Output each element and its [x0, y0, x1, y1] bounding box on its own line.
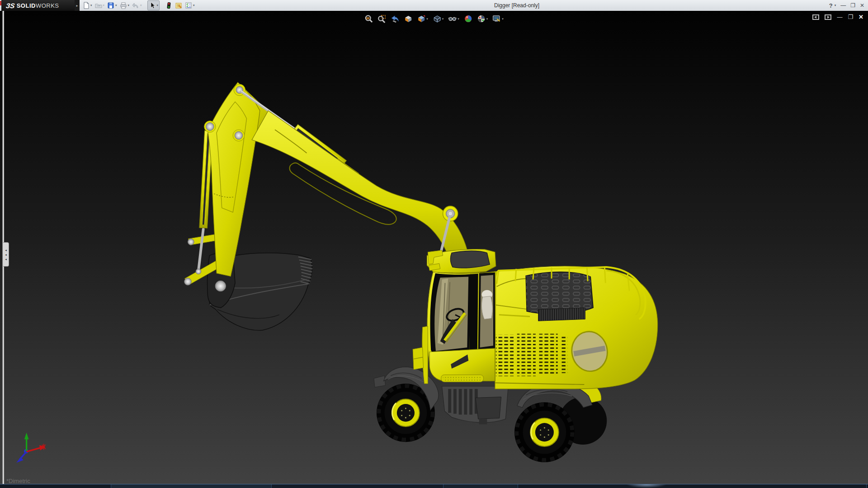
view-settings-dropdown[interactable]: ▾	[502, 17, 504, 21]
cab[interactable]	[413, 249, 496, 384]
help-button[interactable]: ?	[829, 2, 833, 9]
select-cursor-icon	[149, 2, 156, 9]
previous-view-icon	[391, 14, 399, 23]
help-dropdown[interactable]: ▾	[835, 4, 836, 7]
file-properties-icon	[175, 2, 182, 9]
document-window-controls: — ❐ ✕	[812, 14, 863, 20]
apply-scene-dropdown[interactable]: ▾	[486, 17, 488, 21]
doc-minimize-button[interactable]: —	[837, 14, 842, 20]
collapse-arrow-icon: ◂	[5, 258, 7, 261]
graphics-viewport[interactable]: — ❐ ✕	[0, 11, 868, 484]
edit-appearance-button[interactable]	[462, 14, 474, 23]
tile-right-icon[interactable]	[825, 14, 831, 20]
window-title: Digger [Read-only]	[494, 2, 539, 9]
windows-taskbar-edge	[0, 484, 868, 488]
seat	[482, 290, 493, 319]
view-orientation-dropdown[interactable]: ▾	[426, 17, 428, 21]
chassis[interactable]	[442, 386, 509, 424]
close-button[interactable]: ✕	[860, 2, 864, 9]
taskbar-segment	[518, 484, 867, 488]
open-button[interactable]: ▾	[94, 1, 106, 10]
menu-expand-button[interactable]: ▸	[75, 0, 80, 11]
section-view-icon	[404, 14, 412, 23]
excavator-model[interactable]	[16, 82, 658, 463]
logo-mark: ЗS	[5, 2, 15, 9]
print-icon	[120, 2, 127, 9]
new-document-icon	[82, 2, 90, 9]
open-folder-icon	[95, 2, 102, 9]
view-settings-icon	[492, 14, 501, 23]
display-style-button[interactable]: ▾	[431, 14, 445, 23]
save-dropdown[interactable]: ▾	[115, 4, 117, 7]
edit-appearance-icon	[464, 14, 472, 23]
rebuild-button[interactable]	[164, 1, 173, 10]
rear-wheel[interactable]	[514, 402, 575, 462]
traffic-light-icon	[165, 2, 172, 9]
taskbar-segment	[111, 484, 272, 488]
view-orientation-icon	[417, 14, 425, 23]
minimize-button[interactable]: —	[840, 2, 846, 9]
main-toolbar: ▾ ▾ ▾ ▾	[81, 0, 197, 11]
solidworks-window: ЗS SOLIDWORKS ▸ ▾ ▾	[0, 0, 868, 488]
tile-left-icon[interactable]	[812, 14, 819, 20]
apply-scene-button[interactable]: ▾	[476, 14, 490, 23]
zoom-to-fit-icon	[364, 14, 373, 23]
view-orientation-button[interactable]: ▾	[415, 14, 429, 23]
zoom-to-area-button[interactable]	[376, 14, 387, 23]
restore-button[interactable]: ❐	[850, 2, 855, 9]
side-step	[441, 375, 484, 382]
new-document-button[interactable]: ▾	[81, 1, 93, 10]
orientation-triad	[16, 433, 46, 463]
select-tool-button[interactable]: ▾	[147, 0, 160, 10]
undo-icon	[132, 2, 139, 9]
options-button[interactable]: ▾	[184, 1, 196, 10]
doc-restore-button[interactable]: ❐	[848, 14, 853, 20]
open-dropdown[interactable]: ▾	[103, 4, 105, 7]
display-style-icon	[433, 14, 441, 23]
titlebar-controls: ? ▾ — ❐ ✕	[829, 0, 864, 11]
doc-close-button[interactable]: ✕	[859, 14, 863, 20]
titlebar: ЗS SOLIDWORKS ▸ ▾ ▾	[0, 0, 868, 11]
model-canvas[interactable]	[0, 11, 868, 484]
rear-grille	[538, 308, 585, 321]
collapse-arrow-icon: ◂	[5, 249, 7, 252]
undo-dropdown[interactable]: ▾	[140, 4, 142, 7]
new-dropdown[interactable]: ▾	[90, 4, 92, 7]
dipper-arm[interactable]	[204, 82, 271, 276]
solidworks-logo: ЗS SOLIDWORKS	[1, 0, 75, 11]
orientation-label: *Dimetric	[6, 478, 30, 484]
file-properties-button[interactable]	[174, 1, 183, 10]
save-button[interactable]: ▾	[106, 1, 118, 10]
taskbar-segment	[271, 484, 444, 488]
print-button[interactable]: ▾	[119, 1, 131, 10]
view-settings-button[interactable]: ▾	[491, 14, 505, 23]
options-dropdown[interactable]: ▾	[193, 4, 195, 7]
upper-body[interactable]	[479, 266, 658, 389]
zoom-to-area-icon	[377, 14, 386, 23]
hide-show-dropdown[interactable]: ▾	[458, 17, 459, 21]
undo-button[interactable]: ▾	[131, 1, 143, 10]
apply-scene-icon	[477, 14, 486, 23]
options-checklist-icon	[185, 2, 192, 9]
section-view-button[interactable]	[402, 14, 414, 23]
print-dropdown[interactable]: ▾	[128, 4, 130, 7]
headsup-view-toolbar: ▾ ▾ ▾	[362, 14, 506, 23]
taskbar-segment	[443, 484, 519, 488]
hide-show-items-icon	[448, 14, 457, 23]
select-dropdown[interactable]: ▾	[157, 4, 159, 7]
previous-view-button[interactable]	[389, 14, 401, 23]
taskbar-glow	[626, 484, 667, 488]
zoom-to-fit-button[interactable]	[363, 14, 374, 23]
collapsed-panel-tab[interactable]: ◂ ◂ ◂	[3, 242, 9, 267]
hide-show-items-button[interactable]: ▾	[447, 14, 461, 23]
collapse-arrow-icon: ◂	[5, 253, 7, 256]
save-diskette-icon	[107, 2, 114, 9]
display-style-dropdown[interactable]: ▾	[442, 17, 444, 21]
